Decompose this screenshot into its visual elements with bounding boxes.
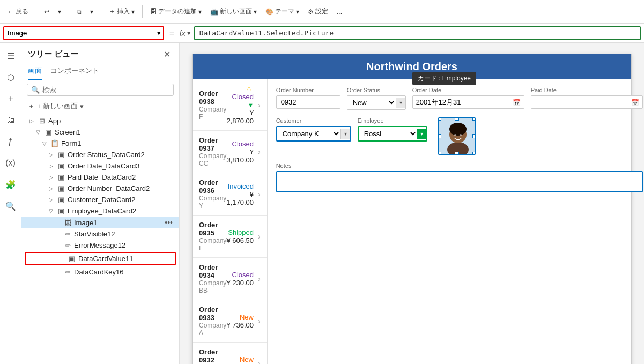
warning-icon: ⚠ (246, 85, 252, 93)
formula-input[interactable]: DataCardValue11.Selected.Picture (194, 26, 641, 40)
calendar-icon-2[interactable]: 📅 (628, 96, 642, 108)
chevron-down-icon: ▾ (58, 8, 61, 16)
search-button[interactable]: 🔍 (2, 197, 19, 214)
settings-button[interactable]: ⚙ 設定 (305, 5, 331, 18)
order-item-0935[interactable]: Order 0935 Company I Shipped ¥ 606.50 › (193, 216, 267, 258)
order-item-0933[interactable]: Order 0933 Company A New ¥ 736.00 › (193, 300, 267, 343)
fx-button[interactable]: fx ▾ (180, 29, 191, 38)
notes-section: Notes (276, 162, 643, 194)
element-selector-dropdown[interactable]: Image (8, 29, 160, 37)
insert-button[interactable]: ＋ 挿入 ▾ (106, 5, 138, 18)
new-screen-button[interactable]: ＋ + 新しい画面 ▾ (21, 99, 179, 113)
more-button[interactable]: ••• (162, 218, 175, 227)
tree-item-app[interactable]: ▷ ⊞ App (21, 115, 179, 127)
tree-item-image1[interactable]: 🖼 Image1 ••• (21, 217, 179, 228)
app-body: Order 0938 Company F ⚠ Closed ▼ ¥ 2,870.… (193, 79, 631, 364)
order-item-0938[interactable]: Order 0938 Company F ⚠ Closed ▼ ¥ 2,870.… (193, 79, 267, 131)
tab-component[interactable]: コンポーネント (50, 64, 99, 80)
copy-dropdown[interactable]: ▾ (87, 6, 97, 18)
tree-item-employee[interactable]: ▽ ▣ Employee_DataCard2 (21, 205, 179, 217)
order-status-dropdown[interactable]: New (347, 96, 396, 109)
tab-screen[interactable]: 画面 (28, 64, 42, 80)
employee-dropdown[interactable]: Rossi (359, 127, 417, 140)
data-button[interactable]: 🗂 (2, 112, 19, 129)
undo-dropdown[interactable]: ▾ (55, 6, 64, 18)
database-icon: 🗄 (150, 8, 157, 16)
tree-item-ordernumber[interactable]: ▷ ▣ Order Number_DataCard2 (21, 183, 179, 194)
selection-handle-bm[interactable] (455, 152, 459, 155)
svg-point-4 (450, 124, 465, 132)
selection-handle-bl[interactable] (438, 152, 441, 155)
tree-search-input[interactable] (42, 86, 169, 94)
add-data-button[interactable]: 🗄 データの追加 ▾ (147, 5, 205, 18)
layers-button[interactable]: ⬡ (2, 69, 19, 86)
back-button[interactable]: ← 戻る (4, 5, 32, 18)
order-company: Company I (199, 237, 226, 252)
formula-button[interactable]: ƒ (2, 133, 19, 150)
tree-close-button[interactable]: ✕ (161, 48, 173, 61)
tree-label: Order Number_DataCard2 (68, 184, 175, 192)
tree-label: Employee_DataCard2 (68, 207, 175, 215)
order-status: ⚠ Closed ▼ (226, 85, 254, 109)
tree-item-starvisible[interactable]: ✏ StarVisible12 (21, 228, 179, 240)
employee-avatar (439, 118, 476, 155)
components-button[interactable]: 🧩 (2, 176, 19, 193)
selection-handle-tl[interactable] (438, 117, 441, 121)
tree-item-screen1[interactable]: ▽ ▣ Screen1 (21, 127, 179, 138)
order-item-0937[interactable]: Order 0937 Company CC Closed ¥ 3,810.00 … (193, 131, 267, 173)
order-item-0934[interactable]: Order 0934 Company BB Closed ¥ 230.00 › (193, 258, 267, 300)
add-control-button[interactable]: ＋ (2, 90, 19, 107)
order-date-input-wrap[interactable]: 📅 (412, 95, 524, 109)
selection-handle-lm[interactable] (438, 134, 441, 138)
notes-input[interactable] (276, 171, 643, 192)
hamburger-button[interactable]: ☰ (2, 47, 19, 64)
customer-select[interactable]: Company K ▾ (276, 126, 351, 142)
order-info: Order 0936 Company Y (199, 179, 226, 210)
expand-icon: ▷ (47, 174, 55, 180)
tree-search-field[interactable]: 🔍 (27, 84, 174, 96)
selection-handle-tr[interactable] (472, 117, 476, 121)
form-icon: 📋 (50, 139, 59, 147)
order-number-input[interactable]: 0932 (276, 95, 340, 109)
sort-icon: ▼ (248, 102, 254, 108)
customer-dropdown[interactable]: Company K (277, 127, 340, 140)
employee-select[interactable]: Rossi ▾ (358, 126, 427, 142)
tree-item-orderdate[interactable]: ▷ ▣ Order Date_DataCard3 (21, 160, 179, 172)
more-button[interactable]: ... (334, 6, 345, 18)
employee-image-field[interactable] (438, 117, 476, 155)
paid-date-input-wrap[interactable]: 📅 (531, 95, 643, 109)
copy-button[interactable]: ⧉ (73, 6, 85, 18)
chevron-right-icon: › (258, 190, 261, 198)
app-title: Northwind Orders (366, 61, 457, 72)
undo-button[interactable]: ↩ (41, 6, 53, 18)
element-selector[interactable]: Image Image ▾ (3, 26, 164, 40)
paid-date-input[interactable] (531, 96, 628, 108)
tree-item-errormessage[interactable]: ✏ ErrorMessage12 (21, 240, 179, 251)
tree-item-datacardvalue11[interactable]: ▣ DataCardValue11 (25, 252, 176, 265)
tree-item-paiddate[interactable]: ▷ ▣ Paid Date_DataCard2 (21, 172, 179, 183)
toolbar-sep-2 (69, 5, 69, 18)
edit-icon: ✏ (63, 230, 72, 238)
selection-handle-br[interactable] (472, 152, 476, 155)
datacard-icon: ▣ (57, 162, 65, 170)
employee-field: Employee Rossi ▾ (358, 117, 427, 142)
selection-handle-tm[interactable] (455, 117, 459, 121)
calendar-icon[interactable]: 📅 (509, 96, 524, 108)
theme-icon: 🎨 (265, 8, 273, 16)
toolbar-sep-4 (142, 5, 143, 18)
tree-item-customer[interactable]: ▷ ▣ Customer_DataCard2 (21, 194, 179, 205)
tree-item-orderstatus[interactable]: ▷ ▣ Order Status_DataCard2 (21, 149, 179, 160)
theme-button[interactable]: 🎨 テーマ ▾ (262, 5, 302, 18)
order-item-0932[interactable]: Order 0932 Company K New ¥ 800.00 › (193, 343, 267, 364)
main-layout: ☰ ⬡ ＋ 🗂 ƒ (x) 🧩 🔍 ツリー ビュー ✕ 画面 コンポーネント 🔍… (0, 43, 644, 364)
order-item-0936[interactable]: Order 0936 Company Y Invoiced ¥ 1,170.00… (193, 173, 267, 216)
new-screen-button[interactable]: 📺 新しい画面 ▾ (207, 5, 260, 18)
order-status-select[interactable]: New ▾ (347, 95, 406, 110)
order-company: Company BB (199, 279, 226, 294)
tree-header: ツリー ビュー ✕ (21, 43, 179, 64)
variables-button[interactable]: (x) (2, 154, 19, 172)
tree-item-datacardkey16[interactable]: ✏ DataCardKey16 (21, 266, 179, 278)
selection-handle-rm[interactable] (472, 134, 476, 138)
order-date-input[interactable] (413, 96, 509, 108)
tree-item-form1[interactable]: ▽ 📋 Form1 (21, 138, 179, 149)
